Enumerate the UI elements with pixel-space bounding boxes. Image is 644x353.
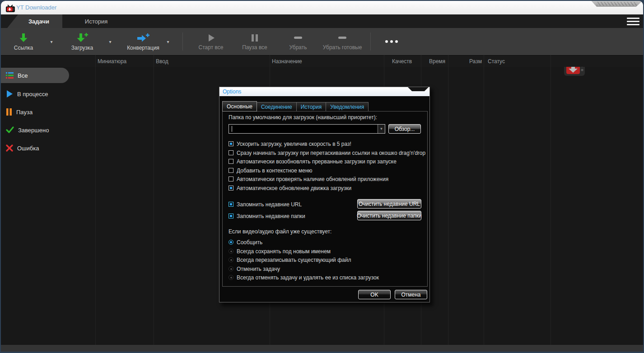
combo-dropdown-arrow-icon[interactable]: ▼ (378, 125, 385, 133)
app-window: YT Downloader Задачи История Ссылка ▾ За… (1, 1, 643, 352)
checkbox[interactable] (229, 202, 233, 207)
sidebar-item-paused[interactable]: Пауза (1, 106, 91, 118)
error-x-icon (6, 144, 13, 152)
option-remember-urls[interactable]: Запомнить недавние URL (229, 200, 302, 209)
radio[interactable] (229, 249, 233, 254)
col-destination[interactable]: Назначение (272, 58, 302, 65)
dialog-titlebar[interactable]: Options (219, 87, 429, 97)
menu-hamburger-icon[interactable] (627, 18, 639, 25)
option-context-menu[interactable]: Добавить в контекстное меню (229, 166, 313, 175)
col-quality[interactable]: Качеств (392, 58, 412, 65)
sidebar-item-all[interactable]: Все (1, 68, 69, 83)
option-engine-autoupdate[interactable]: Автоматическое обновление движка загрузк… (229, 184, 351, 192)
radio-cancel-and-remove[interactable]: Всегда отменять задачу и удалять ее из с… (229, 273, 379, 282)
tab-history-label: История (85, 18, 107, 25)
radio[interactable] (229, 240, 233, 245)
radio-cancel-task[interactable]: Отменить задачу (229, 265, 280, 273)
check-icon (6, 126, 14, 134)
remove-button[interactable]: Убрать (276, 30, 320, 53)
sidebar-item-label: В процессе (17, 91, 48, 98)
add-download-dropdown[interactable]: ▾ (102, 30, 118, 53)
option-check-updates[interactable]: Автоматически проверять наличие обновлен… (229, 175, 388, 183)
dialog-tab-general[interactable]: Основные (222, 101, 257, 111)
col-status[interactable]: Статус (488, 58, 505, 65)
dialog-tab-connection[interactable]: Соединение (257, 102, 297, 111)
dialog-tab-label: Уведомления (330, 104, 364, 110)
sidebar-item-in-progress[interactable]: В процессе (1, 88, 91, 100)
cancel-button[interactable]: Отмена (395, 290, 427, 299)
sidebar-item-label: Все (18, 72, 28, 79)
checkbox[interactable] (229, 186, 233, 190)
col-thumbnail[interactable]: Миниатюра (98, 58, 126, 65)
clear-recent-urls-label: Очистить недавние URL (359, 201, 420, 207)
toolbar: Ссылка ▾ Загрузка ▾ Конвертация ▾ Старт … (1, 28, 643, 55)
browse-button[interactable]: Обзор... (388, 124, 421, 134)
download-arrow-icon (18, 33, 29, 43)
col-time[interactable]: Время (429, 58, 445, 65)
radio[interactable] (229, 266, 233, 271)
radio-overwrite[interactable]: Всегда перезаписывать существующий файл (229, 255, 351, 264)
dialog-tab-notifications[interactable]: Уведомления (326, 102, 369, 111)
col-input[interactable]: Ввод (156, 58, 168, 65)
list-all-icon (6, 72, 14, 79)
option-speed-boost[interactable]: Ускорить загрузку, увеличив скорость в 5… (229, 139, 351, 148)
checkbox-label: Автоматическое обновление движка загрузк… (237, 185, 351, 191)
checkbox[interactable] (229, 150, 233, 155)
option-remember-folders[interactable]: Запомнить недавние папки (229, 212, 305, 220)
ok-button[interactable]: OK (358, 290, 391, 299)
default-folder-input[interactable] (229, 125, 378, 133)
add-download-button[interactable]: Загрузка (63, 30, 101, 53)
grid-line (484, 55, 484, 345)
grid-line (154, 55, 154, 345)
clear-recent-folders-button[interactable]: Очистить недавние папки (357, 211, 421, 220)
radio[interactable] (229, 275, 233, 280)
toolbar-separator (370, 33, 371, 51)
remove-finished-button[interactable]: Убрать готовые (320, 30, 365, 53)
sidebar-item-finished[interactable]: Завершено (1, 124, 91, 136)
dialog-tabs: Основные Соединение История Уведомления (222, 101, 369, 111)
grid-line (448, 55, 448, 345)
checkbox-label: Сразу начинать загрузку при перетаскиван… (237, 150, 425, 156)
add-link-button[interactable]: Ссылка (5, 30, 42, 53)
pause-all-button[interactable]: Пауза все (232, 30, 277, 53)
checkbox-label: Автоматически проверять наличие обновлен… (237, 176, 388, 182)
radio-save-new-name[interactable]: Всегда сохранять под новым именем (229, 247, 331, 255)
tab-tasks[interactable]: Задачи (7, 14, 62, 28)
dialog-grip-handle[interactable] (408, 87, 429, 91)
add-link-dropdown[interactable]: ▾ (43, 30, 60, 53)
grid-line (551, 55, 551, 345)
radio-label: Отменить задачу (237, 266, 280, 272)
minus-icon (337, 33, 347, 43)
remove-finished-label: Убрать готовые (323, 44, 362, 51)
start-all-button[interactable]: Старт все (188, 30, 233, 53)
checkbox[interactable] (229, 141, 233, 146)
dialog-tab-label: История (301, 104, 322, 110)
option-resume-on-start[interactable]: Автоматически возобновлять прерванные за… (229, 157, 397, 166)
add-download-label: Загрузка (71, 45, 93, 51)
col-size[interactable]: Разм (469, 58, 482, 65)
radio-notify[interactable]: Сообщить (229, 238, 262, 246)
checkbox[interactable] (229, 214, 233, 218)
browse-label: Обзор... (395, 126, 415, 132)
add-conversion-dropdown[interactable]: ▾ (160, 30, 176, 53)
tab-history[interactable]: История (62, 14, 130, 28)
checkbox[interactable] (229, 176, 233, 181)
radio[interactable] (229, 257, 233, 262)
cancel-label: Отмена (401, 292, 420, 298)
clear-recent-folders-label: Очистить недавние папки (357, 213, 422, 219)
window-grip-handle[interactable] (590, 1, 643, 7)
more-actions-button[interactable] (378, 30, 405, 53)
option-start-on-drag[interactable]: Сразу начинать загрузку при перетаскиван… (229, 149, 425, 157)
clear-recent-urls-button[interactable]: Очистить недавние URL (357, 199, 421, 209)
checkbox[interactable] (229, 159, 233, 164)
window-titlebar: YT Downloader (1, 1, 643, 14)
add-conversion-label: Конвертация (127, 45, 159, 51)
window-title: YT Downloader (16, 4, 56, 11)
radio-label: Всегда сохранять под новым именем (237, 248, 331, 255)
dialog-tab-history[interactable]: История (297, 102, 327, 111)
sidebar-item-error[interactable]: Ошибка (1, 142, 91, 154)
add-conversion-button[interactable]: Конвертация (122, 30, 164, 53)
checkbox[interactable] (229, 168, 233, 173)
checkbox-label: Ускорить загрузку, увеличив скорость в 5… (237, 141, 351, 147)
default-folder-combobox[interactable]: ▼ (229, 124, 385, 134)
